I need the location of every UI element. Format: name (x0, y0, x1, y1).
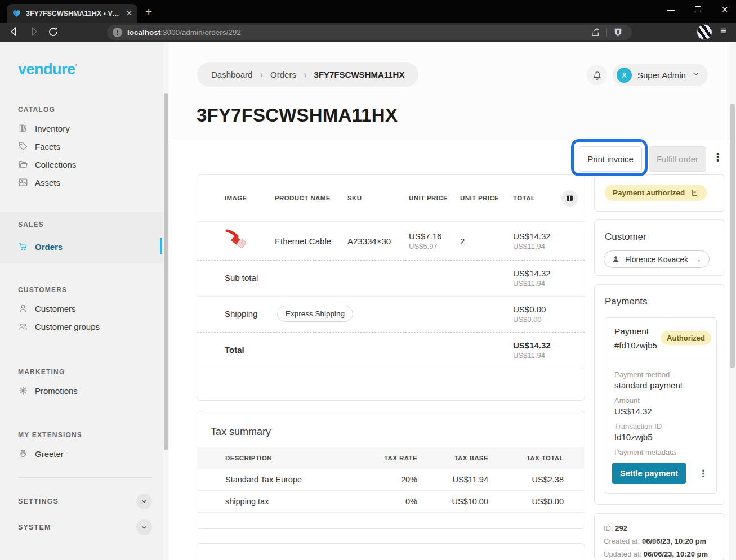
user-icon (18, 303, 28, 313)
users-icon (18, 321, 28, 331)
nav-section-my-extensions: MY EXTENSIONS Greeter (0, 431, 169, 463)
tab-title: 3FY7FSCWSHMA11HX • Vendure (26, 10, 122, 17)
column-settings-button[interactable] (561, 190, 578, 207)
line-total: US$14.32 US$11.94 (513, 231, 585, 250)
sidebar-section-system[interactable]: SYSTEM (18, 517, 152, 537)
user-menu[interactable]: Super Admin (613, 64, 708, 86)
shipping-method-badge: Express Shipping (277, 306, 353, 322)
sidebar-item-customers[interactable]: Customers (0, 299, 169, 317)
browser-toolbar: ! localhost:3000/admin/orders/292 ≡ (0, 23, 736, 42)
site-info-icon[interactable]: ! (113, 28, 122, 37)
bell-icon (592, 70, 603, 80)
subtotal-row: Sub total US$14.32 US$11.94 (197, 261, 585, 297)
ethernet-cable-image (225, 229, 252, 252)
section-label: MY EXTENSIONS (18, 431, 169, 439)
order-table-header: IMAGE PRODUCT NAME SKU UNIT PRICE UNIT P… (197, 175, 585, 221)
breadcrumb: Dashboard › Orders › 3FY7FSCWSHMA11HX (197, 62, 418, 87)
payments-card-title: Payments (595, 285, 725, 307)
url-path: :3000/admin/orders/292 (160, 28, 241, 37)
tab-close-icon[interactable]: ✕ (126, 9, 132, 17)
window-close-button[interactable]: ✕ (721, 5, 728, 14)
breadcrumb-orders[interactable]: Orders (270, 70, 296, 79)
chevron-down-icon[interactable] (136, 494, 152, 509)
sidebar-item-customer-groups[interactable]: Customer groups (0, 317, 169, 335)
page-scrollbar-thumb[interactable] (730, 104, 735, 368)
url-text: localhost:3000/admin/orders/292 (127, 28, 590, 37)
sidebar-scrollbar-thumb[interactable] (164, 93, 168, 450)
product-sku: A23334×30 (347, 236, 409, 246)
settle-payment-button[interactable]: Settle payment (612, 463, 686, 484)
sidebar-section-settings[interactable]: SETTINGS (18, 491, 152, 512)
sidebar-item-collections[interactable]: Collections (0, 155, 169, 173)
chevron-right-icon: › (260, 69, 263, 80)
sidebar-item-greeter[interactable]: Greeter (0, 445, 169, 463)
window-maximize-button[interactable] (695, 6, 701, 12)
tax-table-header: DESCRIPTION TAX RATE TAX BASE TAX TOTAL (197, 447, 585, 469)
payment-head: Payment #fd10zwjb5 Authorized (604, 318, 716, 357)
product-name[interactable]: Ethernet Cable (275, 236, 347, 246)
order-state-card: Payment authorized (594, 174, 725, 212)
order-state-badge[interactable]: Payment authorized (605, 185, 707, 201)
tax-summary-title: Tax summary (197, 411, 585, 438)
chevron-down-icon (692, 70, 700, 80)
section-label: SALES (18, 221, 169, 229)
forward-button[interactable] (28, 25, 40, 38)
cart-icon (18, 241, 28, 252)
sidebar-item-orders[interactable]: Orders (0, 238, 169, 256)
payment-kebab-icon[interactable]: ⋮ (698, 468, 708, 480)
breadcrumb-dashboard[interactable]: Dashboard (211, 70, 252, 79)
divider (606, 28, 607, 37)
sidebar-divider (18, 477, 152, 478)
profile-avatar[interactable] (697, 24, 712, 40)
book-icon (18, 123, 28, 133)
nav-section-customers: CUSTOMERS Customers Customer groups (0, 286, 169, 335)
url-host: localhost (127, 28, 160, 37)
page-scrollbar[interactable] (729, 42, 736, 560)
customer-card-title: Customer (595, 220, 725, 243)
sidebar-item-promotions[interactable]: Promotions (0, 382, 169, 400)
sidebar-scrollbar[interactable] (163, 42, 169, 560)
unit-price: US$7.16 US$5.97 (409, 231, 460, 250)
tax-row: Standard Tax Europe 20% US$11.94 US$2.38 (197, 469, 585, 491)
customer-name: Florence Kovacek (625, 255, 688, 264)
folder-icon (18, 159, 28, 169)
main-content: Dashboard › Orders › 3FY7FSCWSHMA11HX Su… (169, 42, 736, 560)
tax-summary-card: Tax summary DESCRIPTION TAX RATE TAX BAS… (197, 411, 585, 529)
product-image[interactable] (225, 229, 275, 254)
tag-icon (18, 141, 28, 151)
payment-status-badge: Authorized (661, 331, 711, 345)
section-label: CATALOG (18, 106, 169, 114)
tax-row: shipping tax 0% US$10.00 US$0.00 (197, 491, 585, 513)
window-controls: — ✕ (667, 0, 728, 19)
brave-shield-icon[interactable] (613, 27, 623, 38)
print-invoice-button[interactable]: Print invoice (579, 146, 642, 172)
window-minimize-button[interactable]: — (667, 5, 675, 14)
chevron-down-icon[interactable] (136, 519, 152, 535)
sidebar-item-inventory[interactable]: Inventory (0, 119, 169, 137)
fulfill-order-button[interactable]: Fulfill order (649, 146, 706, 172)
user-name: Super Admin (637, 70, 686, 80)
browser-menu-icon[interactable]: ≡ (720, 25, 726, 37)
browser-tabstrip: 3FY7FSCWSHMA11HX • Vendure ✕ + — ✕ (0, 0, 736, 23)
next-card-partial (197, 543, 585, 560)
new-tab-button[interactable]: + (145, 5, 152, 19)
shipping-row: Shipping Express Shipping US$0.00 US$0.0… (197, 297, 585, 333)
address-bar[interactable]: ! localhost:3000/admin/orders/292 (107, 25, 632, 40)
sidebar-item-facets[interactable]: Facets (0, 137, 169, 155)
page-header: Dashboard › Orders › 3FY7FSCWSHMA11HX Su… (169, 42, 736, 142)
section-label: MARKETING (18, 368, 169, 376)
back-button[interactable] (8, 25, 20, 38)
image-icon (18, 177, 28, 187)
browser-tab[interactable]: 3FY7FSCWSHMA11HX • Vendure ✕ (7, 4, 137, 23)
user-icon (612, 255, 620, 263)
reload-button[interactable] (47, 26, 59, 38)
order-summary-card: IMAGE PRODUCT NAME SKU UNIT PRICE UNIT P… (197, 174, 585, 401)
customer-link[interactable]: Florence Kovacek → (604, 250, 710, 268)
page-title: 3FY7FSCWSHMA11HX (197, 105, 398, 126)
order-actions-kebab-icon[interactable]: ⋮ (712, 151, 723, 164)
share-icon[interactable] (590, 27, 601, 38)
quantity: 2 (460, 236, 513, 246)
payment-detail-card: Payment #fd10zwjb5 Authorized Payment me… (604, 317, 717, 494)
notifications-button[interactable] (587, 65, 607, 85)
sidebar-item-assets[interactable]: Assets (0, 173, 169, 191)
